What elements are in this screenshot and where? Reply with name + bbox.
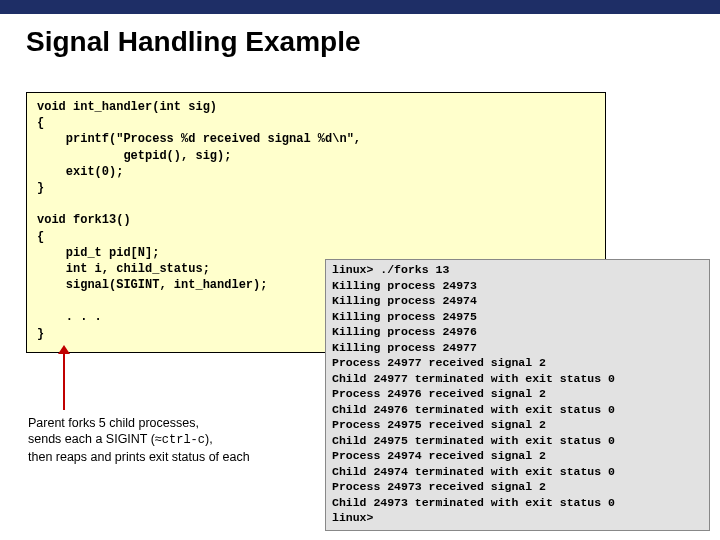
note-line: Parent forks 5 child processes, <box>28 416 199 430</box>
annotation-text: Parent forks 5 child processes, sends ea… <box>28 415 318 465</box>
header-bar <box>0 0 720 14</box>
annotation-arrowhead <box>58 345 70 354</box>
note-mono: ctrl-c <box>162 433 205 447</box>
note-line: ), <box>205 432 213 446</box>
slide-title: Signal Handling Example <box>0 14 720 68</box>
terminal-output: linux> ./forks 13 Killing process 24973 … <box>325 259 710 531</box>
note-line: then reaps and prints exit status of eac… <box>28 450 250 464</box>
annotation-arrow <box>63 350 65 410</box>
note-line: sends each a SIGINT (≈ <box>28 432 162 446</box>
